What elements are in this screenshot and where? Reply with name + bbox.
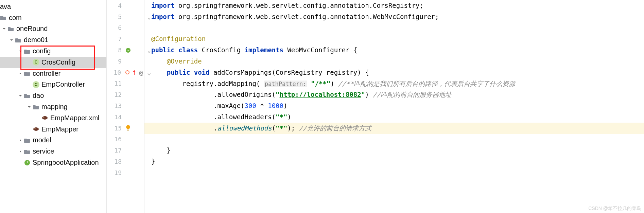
code-line[interactable]: [144, 22, 644, 34]
spring-bean-icon[interactable]: [125, 47, 131, 53]
chevron-down-icon[interactable]: [18, 71, 23, 76]
code-line[interactable]: }: [144, 156, 644, 167]
folder-icon: [33, 104, 39, 110]
folder-icon: [24, 92, 31, 99]
tree-row-oneround[interactable]: oneRound: [0, 23, 106, 35]
folder-icon: [24, 70, 31, 77]
line-number: 19: [107, 169, 124, 176]
ide-root: ava com oneRound demo01 config: [0, 0, 644, 213]
code-line-current[interactable]: .allowedMethods("*"); //允许的前台的请求方式: [144, 123, 644, 134]
fold-icon[interactable]: ⌄: [147, 45, 151, 56]
folder-icon: [15, 37, 22, 43]
chevron-right-icon[interactable]: [18, 138, 23, 143]
line-number: 13: [107, 102, 124, 109]
class-icon: [33, 81, 39, 88]
svg-rect-7: [127, 130, 129, 130]
code-line[interactable]: [144, 134, 644, 145]
line-number: 11: [107, 80, 124, 87]
folder-icon: [7, 25, 14, 32]
code-line[interactable]: .maxAge(300 * 1000): [144, 100, 644, 111]
watermark: CSDN @笨不拉几的菜鸟: [588, 206, 641, 212]
tree-label: service: [33, 147, 54, 155]
tree-label: EmpMapper.xml: [50, 114, 100, 122]
tree-label: SpringbootApplication: [33, 159, 99, 166]
inlay-hint: pathPattern:: [264, 81, 307, 87]
fold-icon[interactable]: ⌄: [147, 11, 151, 22]
tree-row-service[interactable]: service: [0, 146, 106, 157]
code-line[interactable]: .allowedHeaders("*"): [144, 111, 644, 123]
line-number: 10: [107, 69, 123, 76]
fold-icon[interactable]: ⌄: [147, 67, 151, 78]
tree-row-springbootapp[interactable]: SpringbootApplication: [0, 157, 106, 168]
tree-label: mapping: [41, 103, 68, 111]
svg-point-5: [126, 48, 130, 53]
chevron-down-icon[interactable]: [27, 104, 32, 110]
code-line[interactable]: ⌄import org.springframework.web.servlet.…: [144, 11, 644, 22]
chevron-down-icon[interactable]: [18, 93, 23, 99]
url-link[interactable]: http://localhost:8082: [280, 91, 361, 98]
tree-row-model[interactable]: model: [0, 135, 106, 146]
line-number: 7: [107, 35, 124, 42]
svg-point-3: [35, 128, 36, 129]
svg-point-6: [126, 71, 129, 74]
tree-label: demo01: [24, 36, 48, 44]
code-line[interactable]: ⌄ public void addCorsMappings(CorsRegist…: [144, 67, 644, 78]
line-number: 16: [107, 136, 124, 143]
code-line[interactable]: ⌄public class CrosConfig implements WebM…: [144, 45, 644, 56]
code-line[interactable]: registry.addMapping( pathPattern: "/**")…: [144, 78, 644, 89]
code-line[interactable]: @Override: [144, 56, 644, 67]
tree-row-empmapper[interactable]: EmpMapper: [0, 124, 106, 135]
svg-point-1: [43, 117, 45, 118]
tree-label: model: [33, 136, 51, 144]
line-number: 15: [107, 125, 124, 132]
project-tree[interactable]: ava com oneRound demo01 config: [0, 0, 106, 213]
tree-row-demo01[interactable]: demo01: [0, 34, 106, 46]
spring-boot-icon: [24, 159, 31, 166]
tree-row-mapping[interactable]: mapping: [0, 101, 106, 112]
fold-icon[interactable]: [147, 0, 151, 11]
folder-icon: [0, 14, 7, 21]
code-line[interactable]: [144, 167, 644, 178]
code-line[interactable]: }: [144, 145, 644, 156]
line-number: 8: [107, 47, 124, 54]
line-number: 9: [107, 58, 124, 65]
chevron-right-icon[interactable]: [18, 149, 23, 154]
tree-label: com: [9, 14, 22, 22]
tree-label: controller: [33, 70, 60, 77]
tree-row-dao[interactable]: dao: [0, 90, 106, 101]
line-number: 18: [107, 158, 124, 165]
tree-row-crosconfig[interactable]: CrosConfig: [0, 57, 106, 68]
mybatis-icon: [33, 126, 39, 132]
bulb-icon[interactable]: [125, 125, 131, 131]
svg-point-0: [42, 116, 48, 120]
tree-label: EmpController: [41, 81, 85, 88]
class-icon: [33, 59, 39, 66]
line-number: 5: [107, 13, 124, 20]
tree-row-com[interactable]: com: [0, 12, 106, 23]
tree-label: dao: [33, 92, 44, 100]
line-number: 17: [107, 147, 124, 154]
tree-label: ava: [0, 3, 11, 11]
chevron-down-icon[interactable]: [1, 26, 7, 32]
tree-row-empcontroller[interactable]: EmpController: [0, 79, 106, 90]
tree-row-empmapper-xml[interactable]: EmpMapper.xml: [0, 112, 106, 124]
editor-gutter[interactable]: 4 5 6 7 8 9 10@ 11 12 13 14 15 16 17 18 …: [106, 0, 144, 213]
override-icon[interactable]: [124, 69, 130, 75]
line-number: 6: [107, 24, 124, 31]
tree-label: CrosConfig: [41, 58, 75, 66]
code-line[interactable]: @Configuration: [144, 33, 644, 45]
tree-row-java[interactable]: ava: [0, 1, 106, 12]
code-editor[interactable]: import org.springframework.web.servlet.c…: [144, 0, 644, 213]
arrow-up-icon[interactable]: [131, 69, 137, 75]
tree-label: EmpMapper: [41, 125, 79, 133]
code-line[interactable]: import org.springframework.web.servlet.c…: [144, 0, 644, 11]
folder-icon: [24, 148, 31, 155]
svg-point-2: [33, 127, 39, 131]
fold-icon[interactable]: [147, 145, 151, 156]
at-icon: @: [138, 69, 144, 75]
fold-icon[interactable]: [147, 156, 151, 167]
code-line[interactable]: .allowedOrigins("http://localhost:8082")…: [144, 89, 644, 100]
chevron-down-icon[interactable]: [9, 37, 14, 43]
tree-label: oneRound: [16, 25, 48, 33]
mybatis-xml-icon: [41, 114, 48, 121]
